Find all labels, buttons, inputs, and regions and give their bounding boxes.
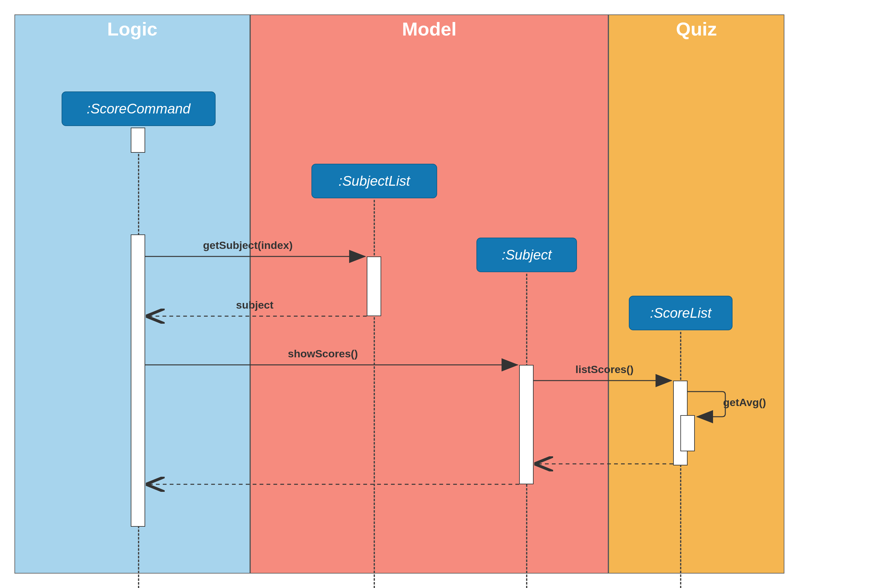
arrow-get-avg bbox=[687, 390, 728, 421]
arrow-subject-return bbox=[145, 313, 367, 319]
arrow-return-subject-scorecommand bbox=[145, 481, 519, 488]
activation-subject bbox=[519, 365, 534, 484]
arrow-get-subject bbox=[145, 253, 367, 259]
lane-model: Model bbox=[250, 14, 608, 574]
activation-score-command-main bbox=[131, 235, 145, 527]
arrow-show-scores bbox=[145, 362, 519, 368]
msg-get-avg: getAvg() bbox=[723, 396, 766, 409]
msg-get-subject: getSubject(index) bbox=[203, 239, 293, 252]
arrow-return-scorelist-subject bbox=[534, 461, 673, 467]
msg-list-scores: listScores() bbox=[575, 363, 634, 376]
lane-quiz: Quiz bbox=[608, 14, 784, 574]
lane-header-quiz: Quiz bbox=[609, 15, 784, 40]
arrow-list-scores bbox=[534, 377, 673, 384]
lane-header-model: Model bbox=[251, 15, 608, 40]
participant-score-command: :ScoreCommand bbox=[62, 91, 215, 126]
sequence-diagram: Logic Model Quiz :ScoreCommand :SubjectL… bbox=[14, 14, 881, 574]
participant-score-list: :ScoreList bbox=[629, 296, 733, 330]
activation-score-command-initial bbox=[131, 127, 145, 153]
activation-subject-list bbox=[367, 256, 381, 316]
participant-subject: :Subject bbox=[476, 238, 577, 272]
msg-subject-return: subject bbox=[236, 299, 273, 311]
lane-header-logic: Logic bbox=[15, 15, 250, 40]
participant-subject-list: :SubjectList bbox=[311, 164, 437, 198]
msg-show-scores: showScores() bbox=[288, 348, 358, 360]
